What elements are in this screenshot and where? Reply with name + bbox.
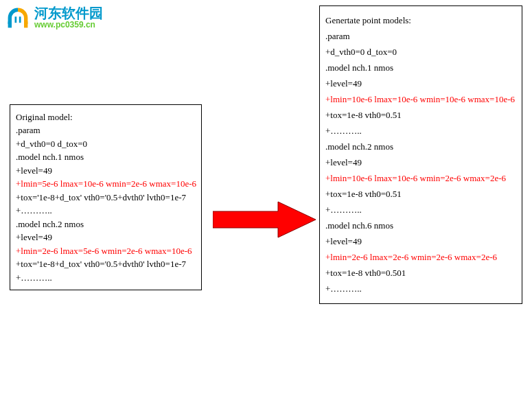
- original-model-box: Original model: .param+d_vth0=0 d_tox=0.…: [10, 104, 202, 290]
- code-line: .model nch.1 nmos: [325, 62, 516, 73]
- code-line: +level=49: [325, 157, 516, 168]
- code-line: +level=49: [16, 165, 196, 176]
- watermark-site-url: www.pc0359.cn: [34, 21, 103, 30]
- code-line: +tox='1e-8+d_tox' vth0='0.5+dvth0' lvth0…: [16, 192, 196, 203]
- code-line: +………..: [325, 126, 516, 137]
- code-line: +tox=1e-8 vth0=0.51: [325, 110, 516, 121]
- watermark-text: 河东软件园 www.pc0359.cn: [34, 5, 103, 30]
- code-line: +………..: [325, 205, 516, 215]
- box-title: Genertate point models:: [325, 15, 516, 26]
- code-line: +lmin=5e-6 lmax=10e-6 wmin=2e-6 wmax=10e…: [16, 178, 196, 189]
- generated-model-box: Genertate point models: .param+d_vth0=0 …: [319, 5, 522, 304]
- code-line: .model nch.2 nmos: [325, 141, 516, 152]
- svg-rect-3: [19, 16, 21, 23]
- svg-rect-1: [24, 21, 27, 27]
- code-line: .param: [325, 31, 516, 42]
- code-line: +level=49: [325, 236, 516, 247]
- code-line: .param: [16, 125, 196, 136]
- code-line: +level=49: [325, 78, 516, 89]
- svg-rect-2: [15, 16, 17, 23]
- code-line: +………..: [325, 283, 516, 294]
- code-line: +lmin=2e-6 lmax=2e-6 wmin=2e-6 wmax=2e-6: [325, 252, 516, 263]
- watermark-site-name: 河东软件园: [34, 5, 103, 21]
- svg-rect-0: [8, 21, 12, 27]
- watermark: 河东软件园 www.pc0359.cn: [5, 5, 103, 30]
- code-line: +lmin=10e-6 lmax=10e-6 wmin=2e-6 wmax=2e…: [325, 173, 516, 184]
- code-line: +………..: [16, 272, 196, 283]
- arrow-icon: [213, 199, 316, 240]
- code-line: +tox='1e-8+d_tox' vth0='0.5+dvth0' lvth0…: [16, 259, 196, 270]
- box-title: Original model:: [16, 112, 196, 123]
- code-line: +d_vth0=0 d_tox=0: [16, 139, 196, 150]
- code-line: +tox=1e-8 vth0=0.51: [325, 189, 516, 200]
- code-line: .model nch.2 nmos: [16, 219, 196, 230]
- code-line: +d_vth0=0 d_tox=0: [325, 47, 516, 58]
- svg-marker-4: [213, 202, 316, 237]
- code-line: .model nch.1 nmos: [16, 152, 196, 163]
- code-line: +………..: [16, 205, 196, 216]
- code-line: +lmin=10e-6 lmax=10e-6 wmin=10e-6 wmax=1…: [325, 94, 516, 105]
- code-line: +tox=1e-8 vth0=0.501: [325, 268, 516, 279]
- code-line: +lmin=2e-6 lmax=5e-6 wmin=2e-6 wmax=10e-…: [16, 246, 196, 257]
- code-line: +level=49: [16, 232, 196, 243]
- watermark-logo-icon: [5, 5, 30, 30]
- code-line: .model nch.6 nmos: [325, 220, 516, 231]
